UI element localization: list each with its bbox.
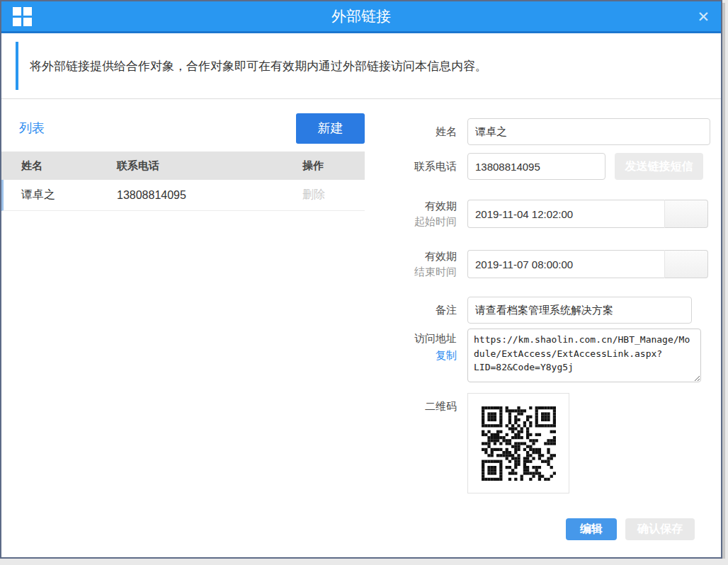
external-link-dialog: 外部链接 ✕ 将外部链接提供给合作对象，合作对象即可在有效期内通过外部链接访问本… [0, 0, 722, 559]
contact-list-panel: 列表 新建 姓名 联系电话 操作 谭卓之 13808814095 删除 [1, 99, 365, 211]
qrcode-label: 二维码 [365, 393, 457, 493]
send-sms-button-disabled: 发送链接短信 [615, 153, 703, 180]
notice-text: 将外部链接提供给合作对象，合作对象即可在有效期内通过外部链接访问本信息内容。 [30, 58, 487, 74]
valid-from-input[interactable] [467, 200, 664, 228]
dialog-title: 外部链接 [1, 6, 721, 26]
row-name-cell: 谭卓之 [4, 188, 117, 202]
table-header-row: 姓名 联系电话 操作 [1, 152, 365, 180]
col-header-name: 姓名 [1, 159, 117, 173]
dialog-header: 外部链接 ✕ [1, 1, 721, 33]
delete-link-disabled: 删除 [302, 188, 325, 200]
qr-code-image [467, 393, 569, 493]
detail-form: 姓名 联系电话 发送链接短信 有效期 起始时间 [365, 99, 721, 540]
col-header-phone: 联系电话 [117, 159, 302, 173]
remark-label: 备注 [365, 297, 457, 324]
edit-button[interactable]: 编辑 [566, 518, 617, 540]
valid-to-label: 有效期 结束时间 [365, 250, 457, 279]
table-row[interactable]: 谭卓之 13808814095 删除 [1, 180, 365, 211]
grid-icon [13, 7, 32, 26]
valid-from-label: 有效期 起始时间 [365, 200, 457, 229]
access-url-textarea[interactable]: https://km.shaolin.com.cn/HBT_Manage/Mod… [467, 329, 701, 382]
phone-input[interactable] [467, 153, 605, 180]
confirm-save-button-disabled: 确认保存 [625, 518, 695, 540]
url-label: 访问地址 复制 [365, 329, 457, 382]
list-title: 列表 [19, 120, 45, 137]
remark-input[interactable] [467, 297, 692, 324]
valid-to-input[interactable] [467, 250, 664, 278]
notice-bar: 将外部链接提供给合作对象，合作对象即可在有效期内通过外部链接访问本信息内容。 [1, 33, 721, 99]
valid-to-picker-button[interactable] [664, 250, 708, 278]
row-phone-cell: 13808814095 [117, 189, 302, 202]
name-label: 姓名 [365, 118, 457, 145]
new-button[interactable]: 新建 [296, 113, 365, 144]
notice-accent-bar [16, 42, 18, 90]
close-icon[interactable]: ✕ [697, 9, 710, 24]
phone-label: 联系电话 [365, 153, 457, 180]
col-header-action: 操作 [302, 159, 365, 173]
name-input[interactable] [467, 118, 710, 145]
valid-from-picker-button[interactable] [664, 200, 708, 228]
copy-link[interactable]: 复制 [365, 349, 457, 363]
